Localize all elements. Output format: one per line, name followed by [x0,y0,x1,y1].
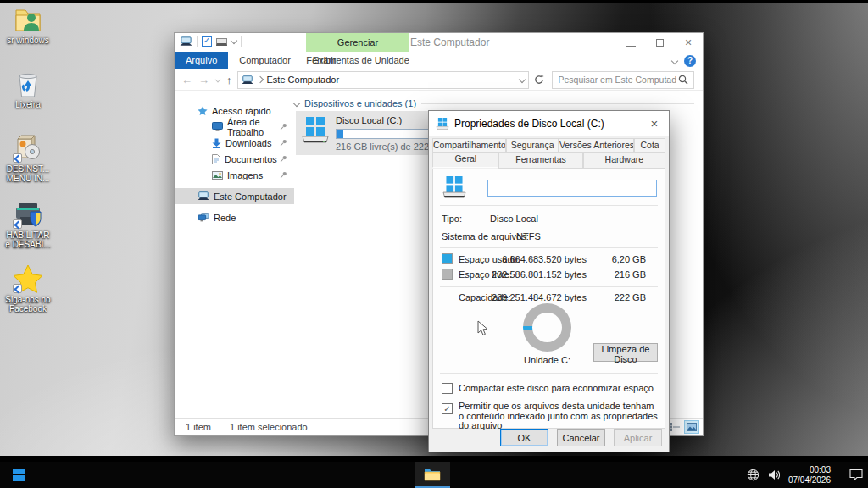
tab-arquivo[interactable]: Arquivo [175,52,228,69]
compress-checkbox[interactable] [442,383,453,394]
desktop-icon-label: DESINST... MENU IN... [2,164,54,183]
network-globe-icon[interactable] [747,469,760,481]
tab-computador[interactable]: Computador [228,52,302,69]
volume-label-input[interactable] [487,180,657,197]
start-button[interactable] [0,462,37,488]
sidebar-item-downloads[interactable]: Downloads [175,135,294,151]
pin-icon [280,139,287,147]
minimize-button[interactable] [616,33,645,52]
up-icon[interactable]: ↑ [226,74,232,86]
search-icon[interactable] [678,75,688,85]
tab-ferramentas[interactable]: Ferramentas [498,152,582,169]
screen: sr windows Lixeira [0,0,868,488]
apply-button[interactable]: Aplicar [614,429,662,446]
compress-checkbox-label[interactable]: Compactar este disco para economizar esp… [459,384,660,394]
breadcrumb-location[interactable]: Este Computador [267,75,340,85]
computer-icon [198,191,209,201]
recent-locations-icon[interactable] [215,77,221,83]
shortcut-arrow-icon [13,153,22,163]
properties-quick-icon[interactable] [202,36,212,47]
dialog-tabstrip: Compartilhamento Segurança Versões Anter… [429,136,669,169]
thumbnail-view-button[interactable] [684,420,699,434]
desktop-icon-printer[interactable]: HABILITAR e DESABI... [2,200,54,249]
pictures-icon [212,171,223,180]
tab-ferramentas-unidade[interactable]: Ferramentas de Unidade [306,52,409,69]
free-space-bytes: 232.586.801.152 bytes [492,269,587,280]
document-icon [212,154,220,164]
pin-icon [280,155,287,163]
index-checkbox[interactable]: ✓ [442,403,453,414]
pin-icon [280,123,287,130]
ok-button[interactable]: OK [500,429,548,446]
sidebar-item-pictures[interactable]: Imagens [175,167,294,183]
tab-versoes-anteriores[interactable]: Versões Anteriores [559,138,634,152]
user-folder-icon [13,5,43,34]
forward-icon[interactable]: → [198,74,209,86]
desktop-icon-uninstall[interactable]: DESINST... MENU IN... [2,134,54,183]
item-count: 1 item [186,422,211,432]
sidebar-item-desktop[interactable]: Área de Trabalho [175,119,294,135]
group-header[interactable]: Dispositivos e unidades (1) [294,98,703,108]
search-input[interactable] [553,75,678,85]
notification-center-icon[interactable] [849,469,863,481]
type-label: Tipo: [442,214,462,224]
clock-time: 00:03 [788,465,831,475]
tab-geral[interactable]: Geral [432,152,498,168]
manage-contextual-tab[interactable]: Gerenciar [306,33,409,52]
collapse-group-icon[interactable] [293,100,300,107]
refresh-icon[interactable] [531,71,548,89]
drive-usage-bar [336,129,429,139]
sidebar-item-documents[interactable]: Documentos [175,151,294,167]
volume-icon[interactable] [768,469,780,480]
address-dropdown-icon[interactable] [518,76,525,83]
dialog-titlebar[interactable]: Propriedades de Disco Local (C:) × [429,111,669,136]
close-button[interactable]: × [674,33,703,52]
drive-quick-icon[interactable] [216,38,227,46]
tab-seguranca[interactable]: Segurança [506,138,559,152]
maximize-button[interactable] [645,33,674,52]
capacity-bytes: 239.251.484.672 bytes [492,292,587,302]
index-checkbox-label[interactable]: Permitir que os arquivos desta unidade t… [459,402,660,431]
system-tray: 00:03 07/04/2026 [747,462,863,488]
disk-cleanup-button[interactable]: Limpeza de Disco [593,343,658,362]
dialog-close-icon[interactable]: × [640,111,669,136]
drive-c-label: Unidade C: [523,355,571,365]
help-icon[interactable]: ? [684,55,696,67]
breadcrumb[interactable]: Este Computador [237,71,529,89]
tab-compartilhamento[interactable]: Compartilhamento [432,138,506,152]
used-space-swatch [442,253,453,264]
disk-properties-dialog: Propriedades de Disco Local (C:) × Compa… [428,110,670,452]
search-box [552,71,694,89]
cancel-button[interactable]: Cancelar [557,429,605,446]
back-icon[interactable]: ← [181,74,192,86]
taskbar-clock[interactable]: 00:03 07/04/2026 [788,465,834,485]
taskbar-file-explorer[interactable] [415,462,450,488]
filesystem-value: NTFS [516,231,541,241]
dialog-title: Propriedades de Disco Local (C:) [454,118,635,130]
downloads-icon [212,138,221,148]
desktop-folder-icon [212,122,223,131]
computer-icon [180,36,192,47]
used-space-bytes: 6.664.683.520 bytes [502,254,587,264]
local-disk-icon [301,115,330,151]
desktop-icon-facebook[interactable]: Siga-nos no Facebook [2,264,54,313]
ribbon-expand-icon[interactable] [671,57,678,64]
tab-hardware[interactable]: Hardware [583,152,665,169]
navigation-pane: Acesso rápido Área de Trabalho Download [175,91,294,419]
desktop-icon-user-folder[interactable]: sr windows [2,5,54,45]
pin-icon [280,171,287,179]
used-space-size: 6,20 GB [612,254,646,264]
tab-cota[interactable]: Cota [634,138,665,152]
window-title: Este Computador [410,33,489,52]
desktop-icon-recycle-bin[interactable]: Lixeira [2,69,54,109]
explorer-titlebar[interactable]: Gerenciar Este Computador × [175,33,703,52]
sidebar-item-this-pc[interactable]: Este Computador [175,188,294,204]
free-space-swatch [442,269,453,280]
sidebar-item-network[interactable]: Rede [175,209,294,225]
file-explorer-icon [424,468,441,481]
desktop-icon-label: Siga-nos no Facebook [2,295,54,313]
qat-customize-icon[interactable] [231,36,237,43]
desktop-icon-label: Lixeira [2,100,54,109]
quick-access-star-icon [198,106,208,116]
disk-usage-donut [523,303,571,352]
